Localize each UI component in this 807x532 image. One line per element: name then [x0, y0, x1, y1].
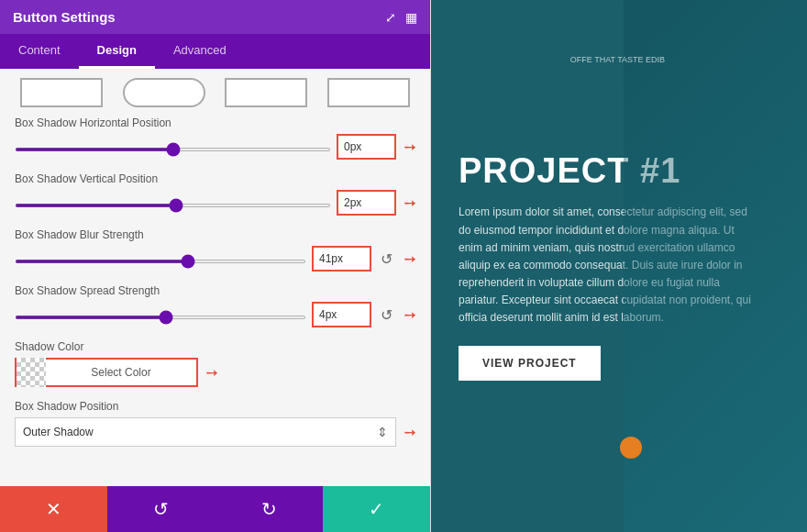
shadow-position-setting: Box Shadow Position Outer Shadow ⇕ ➘ — [15, 400, 415, 447]
btn-preview-2[interactable] — [123, 78, 205, 107]
shadow-vertical-slider-container — [15, 194, 331, 211]
right-panel: Project #1 Lorem ipsum dolor sit amet, c… — [431, 0, 807, 532]
shadow-spread-label: Box Shadow Spread Strength — [15, 284, 415, 297]
redo-button[interactable]: ↻ — [216, 486, 323, 532]
panel-content: Box Shadow Horizontal Position ➘ Box Sha… — [0, 69, 430, 486]
btn-preview-4[interactable] — [327, 78, 410, 107]
shadow-horizontal-slider[interactable] — [15, 148, 331, 151]
shadow-vertical-input[interactable] — [337, 190, 396, 216]
btn-preview-3[interactable] — [225, 78, 307, 107]
shadow-spread-input-wrap — [312, 302, 371, 327]
tab-bar: Content Design Advanced — [0, 34, 430, 69]
coffee-text: OFFE THAT TASTE EDIB — [570, 55, 665, 64]
shadow-blur-setting: Box Shadow Blur Strength ↺ ➘ — [15, 228, 415, 272]
shadow-color-picker[interactable]: Select Color — [15, 358, 198, 387]
shadow-blur-input-wrap — [312, 246, 371, 272]
fullscreen-icon[interactable]: ⤢ — [385, 10, 396, 25]
btn-preview-1[interactable] — [20, 78, 103, 107]
shadow-horizontal-input[interactable] — [337, 134, 396, 160]
shadow-color-setting: Shadow Color Select Color ➘ — [15, 340, 415, 387]
shadow-color-arrow: ➘ — [201, 362, 222, 383]
orange-accent-decoration — [620, 437, 642, 459]
tab-design[interactable]: Design — [79, 34, 155, 69]
bottom-toolbar: ✕ ↺ ↻ ✓ — [0, 486, 430, 532]
shadow-blur-reset[interactable]: ↺ — [377, 249, 396, 270]
shadow-position-arrow: ➘ — [399, 422, 420, 443]
shadow-color-swatch — [17, 358, 46, 387]
save-icon: ✓ — [369, 498, 384, 520]
shadow-horizontal-label: Box Shadow Horizontal Position — [15, 116, 415, 129]
shadow-horizontal-input-wrap — [337, 134, 396, 160]
redo-icon: ↻ — [261, 498, 277, 520]
dropdown-arrow-icon: ⇕ — [377, 425, 388, 439]
shadow-blur-input[interactable] — [312, 246, 371, 272]
shadow-spread-arrow: ➘ — [399, 305, 420, 326]
left-panel: Button Settings ⤢ ▦ Content Design Advan… — [0, 0, 431, 532]
shadow-vertical-setting: Box Shadow Vertical Position ➘ — [15, 172, 415, 216]
cancel-icon: ✕ — [46, 498, 61, 520]
shadow-blur-controls: ↺ ➘ — [15, 246, 415, 272]
shadow-blur-label: Box Shadow Blur Strength — [15, 228, 415, 241]
shadow-spread-reset[interactable]: ↺ — [377, 305, 396, 326]
panel-title: Button Settings — [13, 9, 116, 25]
button-preview-row — [15, 78, 415, 107]
undo-button[interactable]: ↺ — [107, 486, 215, 532]
shadow-position-label: Box Shadow Position — [15, 400, 415, 413]
shadow-blur-arrow: ➘ — [399, 249, 420, 270]
shadow-horizontal-slider-container — [15, 139, 331, 155]
shadow-color-label: Shadow Color — [15, 340, 415, 353]
save-button[interactable]: ✓ — [323, 486, 430, 532]
shadow-horizontal-controls: ➘ — [15, 134, 415, 160]
shadow-blur-slider[interactable] — [15, 260, 306, 263]
shadow-spread-slider[interactable] — [15, 316, 306, 319]
view-project-button[interactable]: VIEW PROJECT — [459, 346, 601, 381]
shadow-horizontal-arrow: ➘ — [399, 137, 420, 158]
cancel-button[interactable]: ✕ — [0, 486, 107, 532]
shadow-position-value: Outer Shadow — [23, 426, 377, 438]
header-icons: ⤢ ▦ — [385, 10, 417, 25]
panel-header: Button Settings ⤢ ▦ — [0, 0, 430, 34]
shadow-horizontal-setting: Box Shadow Horizontal Position ➘ — [15, 116, 415, 160]
tab-content[interactable]: Content — [0, 34, 79, 69]
shadow-position-dropdown[interactable]: Outer Shadow ⇕ — [15, 417, 396, 447]
shadow-vertical-slider[interactable] — [15, 204, 331, 207]
laptop-graphic — [624, 0, 807, 532]
tab-advanced[interactable]: Advanced — [155, 34, 245, 69]
shadow-blur-slider-container — [15, 250, 306, 267]
shadow-vertical-input-wrap — [337, 190, 396, 216]
shadow-vertical-label: Box Shadow Vertical Position — [15, 172, 415, 185]
undo-icon: ↺ — [153, 498, 169, 520]
shadow-spread-controls: ↺ ➘ — [15, 302, 415, 327]
grid-icon[interactable]: ▦ — [405, 10, 417, 25]
shadow-vertical-controls: ➘ — [15, 190, 415, 216]
shadow-spread-slider-container — [15, 306, 306, 323]
shadow-color-select-label: Select Color — [46, 366, 196, 379]
shadow-spread-setting: Box Shadow Spread Strength ↺ ➘ — [15, 284, 415, 327]
shadow-vertical-arrow: ➘ — [399, 193, 420, 214]
shadow-spread-input[interactable] — [312, 302, 371, 327]
